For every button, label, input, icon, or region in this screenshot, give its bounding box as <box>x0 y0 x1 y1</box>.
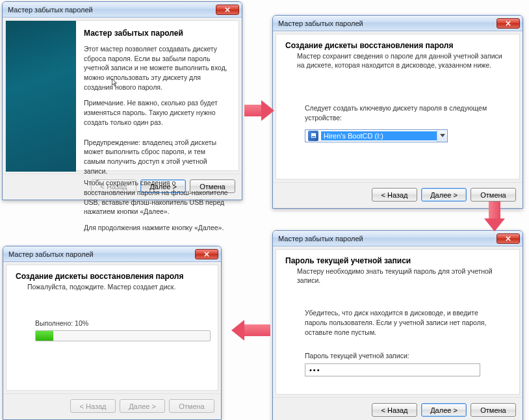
titlebar[interactable]: Мастер забытых паролей <box>273 231 523 246</box>
progress-label: Выполнено: 10% <box>35 319 209 328</box>
window-title: Мастер забытых паролей <box>278 20 497 27</box>
titlebar[interactable]: Мастер забытых паролей <box>3 2 242 18</box>
flow-arrow-left-icon <box>231 320 270 341</box>
close-icon <box>506 236 511 241</box>
dialog-step-enter-password: Мастер забытых паролей Пароль текущей уч… <box>272 230 523 420</box>
dialog-step-select-drive: Мастер забытых паролей Создание дискеты … <box>272 15 523 209</box>
drive-dropdown[interactable]: Hiren's BootCD (I:) <box>305 129 448 142</box>
button-row: < Назад Далее > Отмена <box>273 397 523 420</box>
back-button: < Назад <box>70 399 116 413</box>
dialog-step-intro: Мастер забытых паролей Мастер забытых па… <box>2 1 242 200</box>
drive-selected: Hiren's BootCD (I:) <box>321 131 437 140</box>
window-title: Мастер забытых паролей <box>8 250 195 258</box>
step-subheading: Мастер сохранит сведения о пароле для да… <box>297 51 510 70</box>
step-subheading: Мастеру необходимо знать текущий пароль … <box>297 267 510 285</box>
titlebar[interactable]: Мастер забытых паролей <box>273 16 523 31</box>
dialog-step-progress: Мастер забытых паролей Создание дискеты … <box>3 246 222 420</box>
svg-rect-5 <box>311 137 315 138</box>
password-label: Пароль текущей учетной записи: <box>305 351 510 361</box>
back-button[interactable]: < Назад <box>372 403 417 417</box>
step-subheading: Пожалуйста, подождите. Мастер создает ди… <box>27 282 209 291</box>
next-button[interactable]: Далее > <box>421 403 467 417</box>
progress-fill <box>36 331 53 341</box>
step-heading: Создание дискеты восстановления пароля <box>285 41 510 50</box>
flow-arrow-down-icon <box>484 202 505 231</box>
progress-bar <box>35 330 211 341</box>
password-hint: Убедитесь, что диск находится в дисковод… <box>305 308 500 337</box>
button-row: < Назад Далее > Отмена <box>3 393 221 419</box>
window-title: Мастер забытых паролей <box>278 235 497 243</box>
drive-icon <box>308 131 318 141</box>
close-icon <box>225 7 230 12</box>
drive-label: Следует создать ключевую дискету пароля … <box>305 103 510 122</box>
flow-arrow-right-icon <box>244 100 274 121</box>
step-heading: Создание дискеты восстановления пароля <box>16 272 209 281</box>
next-button[interactable]: Далее > <box>421 188 467 202</box>
close-button[interactable] <box>497 18 520 29</box>
dropdown-arrow-icon[interactable] <box>437 130 447 142</box>
cancel-button: Отмена <box>169 399 214 413</box>
password-input[interactable] <box>305 363 480 376</box>
close-button[interactable] <box>497 233 520 244</box>
close-button[interactable] <box>216 5 239 15</box>
wizard-text: Этот мастер позволяет создавать дискету … <box>84 44 228 92</box>
titlebar[interactable]: Мастер забытых паролей <box>3 246 221 262</box>
wizard-side-panel <box>6 21 76 172</box>
wizard-text: Для продолжения нажмите кнопку «Далее». <box>84 223 228 233</box>
back-button[interactable]: < Назад <box>372 188 417 202</box>
close-button[interactable] <box>195 249 218 259</box>
cancel-button[interactable]: Отмена <box>471 403 516 417</box>
wizard-heading: Мастер забытых паролей <box>84 29 228 38</box>
window-title: Мастер забытых паролей <box>8 6 216 14</box>
wizard-text: Предупреждение: владелец этой дискеты мо… <box>84 138 228 176</box>
close-icon <box>204 252 209 257</box>
step-heading: Пароль текущей учетной записи <box>285 256 510 265</box>
next-button: Далее > <box>120 399 165 413</box>
cancel-button[interactable]: Отмена <box>471 188 516 202</box>
wizard-text: Примечание. Не важно, сколько раз будет … <box>84 98 228 127</box>
wizard-text: Чтобы сохранить сведения о восстановлени… <box>84 178 228 217</box>
close-icon <box>506 21 511 26</box>
